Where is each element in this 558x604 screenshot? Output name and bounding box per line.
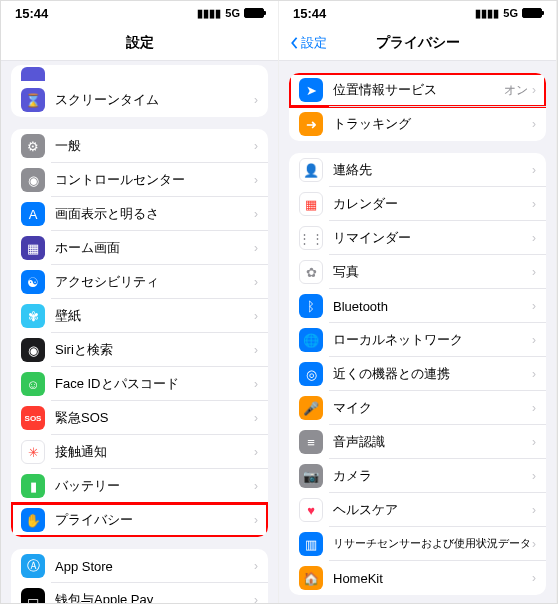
row-nearby[interactable]: ◎ 近くの機器との連携 ›	[289, 357, 546, 391]
chevron-right-icon: ›	[532, 537, 536, 551]
row-label: Bluetooth	[333, 299, 532, 314]
row-speech[interactable]: ≡ 音声認識 ›	[289, 425, 546, 459]
row-screen-time[interactable]: ⌛ スクリーンタイム ›	[11, 83, 268, 117]
row-wallet[interactable]: ▭ 钱包与Apple Pay ›	[11, 583, 268, 603]
nearby-icon: ◎	[299, 362, 323, 386]
chevron-right-icon: ›	[254, 343, 258, 357]
row-siri[interactable]: ◉ Siriと検索 ›	[11, 333, 268, 367]
location-arrow-icon: ➤	[299, 78, 323, 102]
chevron-right-icon: ›	[254, 411, 258, 425]
row-localnet[interactable]: 🌐 ローカルネットワーク ›	[289, 323, 546, 357]
chevron-right-icon: ›	[254, 173, 258, 187]
row-control-center[interactable]: ◉ コントロールセンター ›	[11, 163, 268, 197]
row-accessibility[interactable]: ☯ アクセシビリティ ›	[11, 265, 268, 299]
row-label: リマインダー	[333, 229, 532, 247]
row-label: 一般	[55, 137, 254, 155]
row-privacy[interactable]: ✋ プライバシー ›	[11, 503, 268, 537]
row-contacts[interactable]: 👤 連絡先 ›	[289, 153, 546, 187]
chevron-right-icon: ›	[254, 559, 258, 573]
status-right: ▮▮▮▮ 5G	[197, 7, 264, 20]
status-bar: 15:44 ▮▮▮▮ 5G	[279, 1, 556, 25]
row-label: 緊急SOS	[55, 409, 254, 427]
chevron-left-icon	[287, 36, 301, 50]
chevron-right-icon: ›	[254, 309, 258, 323]
chevron-right-icon: ›	[532, 83, 536, 97]
accessibility-icon: ☯	[21, 270, 45, 294]
row-label: 壁紙	[55, 307, 254, 325]
row-label: マイク	[333, 399, 532, 417]
network-label: 5G	[225, 7, 240, 19]
row-bluetooth[interactable]: ᛒ Bluetooth ›	[289, 289, 546, 323]
grid-icon: ▦	[21, 236, 45, 260]
page-title: 設定	[126, 34, 154, 52]
row-label: Face IDとパスコード	[55, 375, 254, 393]
chevron-right-icon: ›	[532, 367, 536, 381]
chevron-right-icon: ›	[254, 593, 258, 603]
hand-icon: ✋	[21, 508, 45, 532]
camera-icon: 📷	[299, 464, 323, 488]
calendar-icon: ▦	[299, 192, 323, 216]
row-wallpaper[interactable]: ✾ 壁紙 ›	[11, 299, 268, 333]
row-research[interactable]: ▥ リサーチセンサーおよび使用状況データ ›	[289, 527, 546, 561]
row-photos[interactable]: ✿ 写真 ›	[289, 255, 546, 289]
signal-bars-icon: ▮▮▮▮	[475, 7, 499, 20]
row-exposure[interactable]: ✳ 接触通知 ›	[11, 435, 268, 469]
chevron-right-icon: ›	[532, 265, 536, 279]
row-homekit[interactable]: 🏠 HomeKit ›	[289, 561, 546, 595]
row-camera[interactable]: 📷 カメラ ›	[289, 459, 546, 493]
row-display[interactable]: A 画面表示と明るさ ›	[11, 197, 268, 231]
battery-icon	[522, 8, 542, 18]
row-faceid[interactable]: ☺ Face IDとパスコード ›	[11, 367, 268, 401]
row-label: トラッキング	[333, 115, 532, 133]
tracking-icon: ➜	[299, 112, 323, 136]
waveform-icon: ≡	[299, 430, 323, 454]
faceid-icon: ☺	[21, 372, 45, 396]
row-battery[interactable]: ▮ バッテリー ›	[11, 469, 268, 503]
settings-screen: 15:44 ▮▮▮▮ 5G 設定 ⌛ スクリーンタイム › ⚙ 一般 ›	[1, 1, 279, 603]
reminders-icon: ⋮⋮	[299, 226, 323, 250]
page-title: プライバシー	[376, 34, 460, 52]
privacy-list[interactable]: ➤ 位置情報サービス オン › ➜ トラッキング › 👤 連絡先 › ▦ カレン…	[279, 61, 556, 603]
chevron-right-icon: ›	[254, 377, 258, 391]
signal-bars-icon: ▮▮▮▮	[197, 7, 221, 20]
row-value: オン	[504, 82, 528, 99]
row-health[interactable]: ♥ ヘルスケア ›	[289, 493, 546, 527]
row-location[interactable]: ➤ 位置情報サービス オン ›	[289, 73, 546, 107]
chevron-right-icon: ›	[532, 469, 536, 483]
chevron-right-icon: ›	[532, 299, 536, 313]
toggles-icon: ◉	[21, 168, 45, 192]
row-label: 音声認識	[333, 433, 532, 451]
chevron-right-icon: ›	[254, 513, 258, 527]
row-general[interactable]: ⚙ 一般 ›	[11, 129, 268, 163]
battery-row-icon: ▮	[21, 474, 45, 498]
partial-row-top[interactable]	[11, 65, 268, 83]
row-label: ヘルスケア	[333, 501, 532, 519]
row-calendar[interactable]: ▦ カレンダー ›	[289, 187, 546, 221]
chevron-right-icon: ›	[532, 503, 536, 517]
row-home-screen[interactable]: ▦ ホーム画面 ›	[11, 231, 268, 265]
chevron-right-icon: ›	[254, 479, 258, 493]
home-icon: 🏠	[299, 566, 323, 590]
row-mic[interactable]: 🎤 マイク ›	[289, 391, 546, 425]
row-label: ローカルネットワーク	[333, 331, 532, 349]
row-label: コントロールセンター	[55, 171, 254, 189]
mic-icon: 🎤	[299, 396, 323, 420]
chevron-right-icon: ›	[532, 117, 536, 131]
row-label: 写真	[333, 263, 532, 281]
status-right: ▮▮▮▮ 5G	[475, 7, 542, 20]
settings-list[interactable]: ⌛ スクリーンタイム › ⚙ 一般 › ◉ コントロールセンター › A 画面表…	[1, 61, 278, 603]
status-bar: 15:44 ▮▮▮▮ 5G	[1, 1, 278, 25]
hourglass-icon: ⌛	[21, 88, 45, 112]
row-sos[interactable]: SOS 緊急SOS ›	[11, 401, 268, 435]
bluetooth-icon: ᛒ	[299, 294, 323, 318]
row-reminders[interactable]: ⋮⋮ リマインダー ›	[289, 221, 546, 255]
chevron-right-icon: ›	[254, 445, 258, 459]
row-label: 位置情報サービス	[333, 81, 504, 99]
nav-bar: 設定 プライバシー	[279, 25, 556, 61]
status-time: 15:44	[293, 6, 326, 21]
row-tracking[interactable]: ➜ トラッキング ›	[289, 107, 546, 141]
row-appstore[interactable]: Ⓐ App Store ›	[11, 549, 268, 583]
gear-icon: ⚙	[21, 134, 45, 158]
back-button[interactable]: 設定	[287, 34, 327, 52]
chart-icon: ▥	[299, 532, 323, 556]
